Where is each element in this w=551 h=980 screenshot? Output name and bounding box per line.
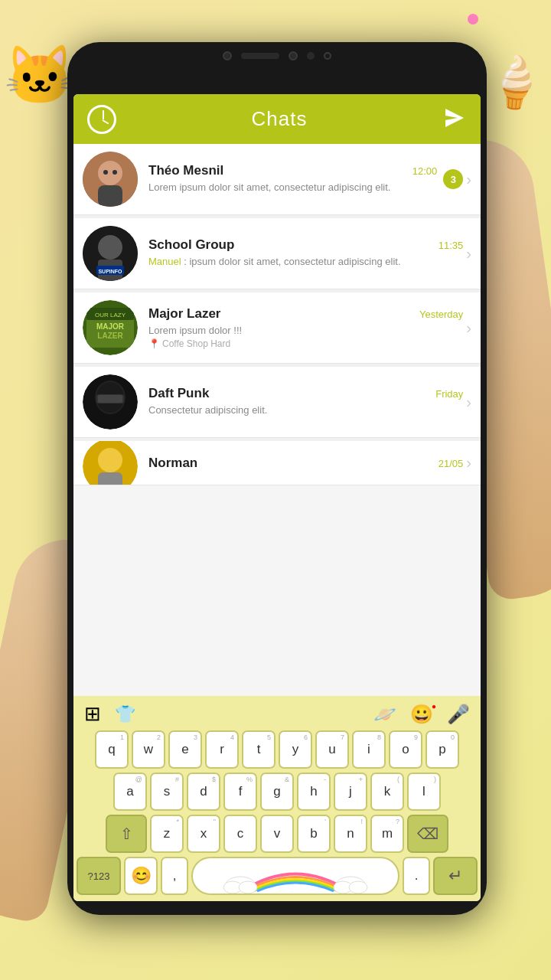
chat-list: Théo Mesnil 12:00 Lorem ipsum dolor sit … bbox=[73, 144, 481, 485]
key-s[interactable]: # s bbox=[150, 773, 184, 811]
svg-text:LAZER: LAZER bbox=[97, 332, 123, 340]
key-g[interactable]: & g bbox=[260, 773, 294, 811]
key-m[interactable]: ? m bbox=[370, 815, 404, 853]
svg-point-7 bbox=[98, 235, 122, 260]
chat-name-major: Major Lazer bbox=[148, 306, 220, 322]
chevron-right-school: › bbox=[466, 245, 471, 263]
chat-preview-daft: Consectetur adipiscing elit. bbox=[148, 403, 463, 417]
chevron-right-theo: › bbox=[466, 171, 471, 188]
svg-text:OUR LAZY: OUR LAZY bbox=[95, 312, 126, 318]
svg-rect-21 bbox=[98, 395, 122, 403]
chat-time-norman: 21/05 bbox=[439, 458, 464, 469]
top-bar: Chats bbox=[73, 94, 481, 144]
clock-icon[interactable] bbox=[87, 105, 116, 134]
key-x[interactable]: " x bbox=[187, 815, 220, 853]
svg-rect-24 bbox=[98, 472, 122, 486]
chat-time-daft: Friday bbox=[435, 388, 463, 400]
key-n[interactable]: ! n bbox=[334, 815, 367, 853]
avatar-theo bbox=[83, 152, 138, 207]
key-f[interactable]: % f bbox=[223, 773, 257, 811]
key-t[interactable]: 5 t bbox=[242, 730, 276, 769]
chat-name-daft: Daft Punk bbox=[148, 386, 209, 401]
phone-screen: Chats bbox=[73, 94, 481, 901]
keyboard-row-4: ?123 😊 , bbox=[77, 857, 478, 895]
svg-text:MAJOR: MAJOR bbox=[96, 322, 125, 331]
chat-item-major[interactable]: MAJOR LAZER OUR LAZY Major Lazer Yesterd… bbox=[73, 292, 481, 364]
emoji-key[interactable]: 😊 bbox=[124, 857, 158, 895]
key-z[interactable]: * z bbox=[150, 815, 184, 853]
svg-point-5 bbox=[112, 170, 117, 175]
key-q[interactable]: 1 q bbox=[95, 730, 129, 769]
planet-icon[interactable]: 🪐 bbox=[373, 704, 396, 725]
comma-key[interactable]: , bbox=[161, 857, 188, 895]
microphone-icon[interactable]: 🎤 bbox=[447, 704, 470, 725]
key-a[interactable]: @ a bbox=[113, 773, 147, 811]
chat-content-theo: Théo Mesnil 12:00 Lorem ipsum dolor sit … bbox=[148, 163, 437, 194]
chat-content-major: Major Lazer Yesterday Lorem ipsum dolor … bbox=[148, 306, 463, 348]
chat-preview-school: Manuel : ipsum dolor sit amet, consectet… bbox=[148, 255, 463, 269]
emoji-notification-icon[interactable]: 😀● bbox=[410, 704, 433, 725]
chevron-right-norman: › bbox=[466, 454, 471, 472]
badge-theo: 3 bbox=[443, 169, 463, 189]
avatar-major: MAJOR LAZER OUR LAZY bbox=[83, 300, 138, 355]
key-r[interactable]: 4 r bbox=[205, 730, 239, 769]
chat-time-theo: 12:00 bbox=[412, 165, 438, 177]
svg-point-23 bbox=[98, 448, 122, 472]
avatar-daft bbox=[83, 374, 138, 430]
svg-point-4 bbox=[103, 170, 108, 175]
chat-name-school: School Group bbox=[148, 237, 234, 253]
key-e[interactable]: 3 e bbox=[168, 730, 202, 769]
key-u[interactable]: 7 u bbox=[315, 730, 349, 769]
chat-content-school: School Group 11:35 Manuel : ipsum dolor … bbox=[148, 237, 463, 269]
keyboard-toolbar: ⊞ 👕 🪐 😀● 🎤 bbox=[77, 701, 478, 730]
numbers-key[interactable]: ?123 bbox=[77, 857, 121, 895]
chat-location-major: 📍 Coffe Shop Hard bbox=[148, 338, 463, 349]
chat-item-daft[interactable]: Daft Punk Friday Consectetur adipiscing … bbox=[73, 367, 481, 438]
svg-point-2 bbox=[98, 161, 122, 185]
key-c[interactable]: c bbox=[223, 815, 257, 853]
apps-icon[interactable]: ⊞ bbox=[84, 702, 101, 726]
avatar-norman bbox=[83, 441, 138, 485]
chat-content-daft: Daft Punk Friday Consectetur adipiscing … bbox=[148, 386, 463, 417]
key-j[interactable]: + j bbox=[334, 773, 367, 811]
chat-content-norman: Norman 21/05 bbox=[148, 456, 463, 471]
space-key[interactable] bbox=[191, 857, 399, 895]
keyboard-area: ⊞ 👕 🪐 😀● 🎤 1 q 2 w bbox=[73, 696, 481, 901]
phone-frame: Chats bbox=[67, 42, 487, 915]
key-o[interactable]: 9 o bbox=[389, 730, 422, 769]
key-v[interactable]: v bbox=[260, 815, 294, 853]
camera-area bbox=[223, 51, 331, 60]
chat-name-norman: Norman bbox=[148, 456, 197, 471]
key-i[interactable]: 8 i bbox=[352, 730, 386, 769]
shirt-icon[interactable]: 👕 bbox=[115, 704, 135, 724]
chat-item-school[interactable]: SUPINFO School Group 11:35 Manuel : ipsu… bbox=[73, 218, 481, 289]
key-p[interactable]: 0 p bbox=[425, 730, 459, 769]
send-icon[interactable] bbox=[442, 106, 467, 133]
period-key[interactable]: . bbox=[403, 857, 430, 895]
app-title: Chats bbox=[252, 107, 308, 131]
icecream-top-right: 🍦 bbox=[483, 51, 549, 115]
svg-point-27 bbox=[239, 881, 257, 893]
key-h[interactable]: - h bbox=[297, 773, 331, 811]
svg-point-30 bbox=[349, 881, 367, 893]
backspace-key[interactable]: ⌫ bbox=[407, 815, 448, 853]
key-k[interactable]: ( k bbox=[370, 773, 404, 811]
svg-text:SUPINFO: SUPINFO bbox=[98, 269, 122, 274]
key-l[interactable]: ) l bbox=[407, 773, 441, 811]
enter-key[interactable]: ↵ bbox=[433, 857, 478, 895]
key-b[interactable]: ' b bbox=[297, 815, 331, 853]
cat-decoration: 🐱 bbox=[4, 42, 76, 109]
chat-name-theo: Théo Mesnil bbox=[148, 163, 223, 178]
key-d[interactable]: $ d bbox=[187, 773, 220, 811]
chevron-right-major: › bbox=[466, 319, 471, 337]
key-y[interactable]: 6 y bbox=[279, 730, 312, 769]
keyboard-row-3: ⇧ * z " x c v ' b bbox=[77, 815, 478, 853]
avatar-school: SUPINFO bbox=[83, 226, 138, 281]
chat-item-theo[interactable]: Théo Mesnil 12:00 Lorem ipsum dolor sit … bbox=[73, 144, 481, 215]
key-w[interactable]: 2 w bbox=[132, 730, 165, 769]
keyboard-row-1: 1 q 2 w 3 e 4 r 5 t bbox=[77, 730, 478, 769]
chat-item-norman[interactable]: Norman 21/05 › bbox=[73, 441, 481, 485]
keyboard-row-2: @ a # s $ d % f & g bbox=[77, 773, 478, 811]
chevron-right-daft: › bbox=[466, 394, 471, 411]
shift-key[interactable]: ⇧ bbox=[106, 815, 147, 853]
